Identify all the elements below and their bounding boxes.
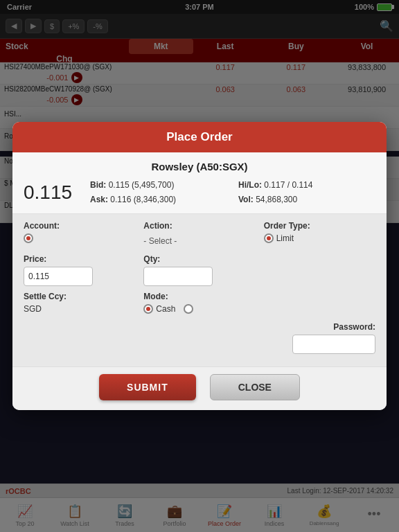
mode-value: Cash xyxy=(156,304,175,314)
qty-group: Qty: xyxy=(143,254,255,286)
mode-radio-2[interactable] xyxy=(184,304,193,314)
account-label: Account: xyxy=(24,221,135,231)
mode-label: Mode: xyxy=(143,292,255,301)
action-group: Action: - Select - xyxy=(143,221,255,249)
account-radio-row xyxy=(24,233,135,243)
submit-button[interactable]: SUBMIT xyxy=(99,374,196,400)
price-input[interactable] xyxy=(24,267,93,286)
ask-value: 0.116 (8,346,300) xyxy=(110,195,176,204)
bid-label: Bid: xyxy=(90,180,106,190)
settle-ccy-label: Settle Ccy: xyxy=(24,292,135,301)
mode-radio-1[interactable] xyxy=(143,304,153,314)
account-group: Account: xyxy=(24,221,135,243)
big-price: 0.115 xyxy=(24,181,79,204)
hilo-line: Hi/Lo: 0.117 / 0.114 xyxy=(238,178,375,192)
order-type-group: Order Type: Limit xyxy=(264,221,375,243)
settle-ccy-group: Settle Ccy: SGD xyxy=(24,292,135,314)
vol-label: Vol: xyxy=(238,195,254,204)
modal-overlay: Place Order Rowsley (A50:SGX) 0.115 Bid:… xyxy=(0,0,399,532)
account-radio[interactable] xyxy=(24,233,33,243)
qty-input[interactable] xyxy=(143,267,213,286)
modal-header: Place Order xyxy=(12,122,387,152)
action-label: Action: xyxy=(143,221,255,231)
price-group: Price: xyxy=(24,254,135,286)
modal-title: Place Order xyxy=(166,130,232,143)
ask-line: Ask: 0.116 (8,346,300) xyxy=(90,193,227,206)
bid-ask: Bid: 0.115 (5,495,700) Ask: 0.116 (8,346… xyxy=(90,178,227,206)
password-label: Password: xyxy=(333,322,375,332)
action-value[interactable]: - Select - xyxy=(143,233,255,249)
price-label: Price: xyxy=(24,254,135,264)
settle-ccy-value: SGD xyxy=(24,304,135,314)
order-type-radio-row: Limit xyxy=(264,233,375,243)
stock-price-row: 0.115 Bid: 0.115 (5,495,700) Ask: 0.116 … xyxy=(24,178,375,206)
mode-group: Mode: Cash xyxy=(143,292,255,314)
stock-name: Rowsley (A50:SGX) xyxy=(24,161,375,172)
order-type-value: Limit xyxy=(276,233,294,243)
bid-value: 0.115 (5,495,700) xyxy=(109,180,175,190)
order-type-radio[interactable] xyxy=(264,233,274,243)
password-input[interactable] xyxy=(292,335,375,354)
modal-actions: SUBMIT CLOSE xyxy=(12,366,387,410)
place-order-modal: Place Order Rowsley (A50:SGX) 0.115 Bid:… xyxy=(12,122,387,410)
password-row: Password: xyxy=(24,319,375,360)
bid-line: Bid: 0.115 (5,495,700) xyxy=(90,178,227,192)
modal-stock-info: Rowsley (A50:SGX) 0.115 Bid: 0.115 (5,49… xyxy=(12,152,387,214)
mode-radio-row: Cash xyxy=(143,304,255,314)
vol-line: Vol: 54,868,300 xyxy=(238,193,375,206)
hilo-value: 0.117 / 0.114 xyxy=(264,180,312,190)
password-group: Password: xyxy=(292,322,375,354)
form-row-1: Account: Action: - Select - Order Type: … xyxy=(24,221,375,249)
vol-value: 54,868,300 xyxy=(256,195,297,204)
close-button[interactable]: CLOSE xyxy=(210,374,300,400)
form-row-2: Price: Qty: xyxy=(24,254,375,286)
qty-label: Qty: xyxy=(143,254,255,264)
hilo-vol: Hi/Lo: 0.117 / 0.114 Vol: 54,868,300 xyxy=(238,178,375,206)
ask-label: Ask: xyxy=(90,195,108,204)
order-type-label: Order Type: xyxy=(264,221,375,231)
modal-form: Account: Action: - Select - Order Type: … xyxy=(12,214,387,366)
hilo-label: Hi/Lo: xyxy=(238,180,262,190)
form-row-3: Settle Ccy: SGD Mode: Cash xyxy=(24,292,375,314)
